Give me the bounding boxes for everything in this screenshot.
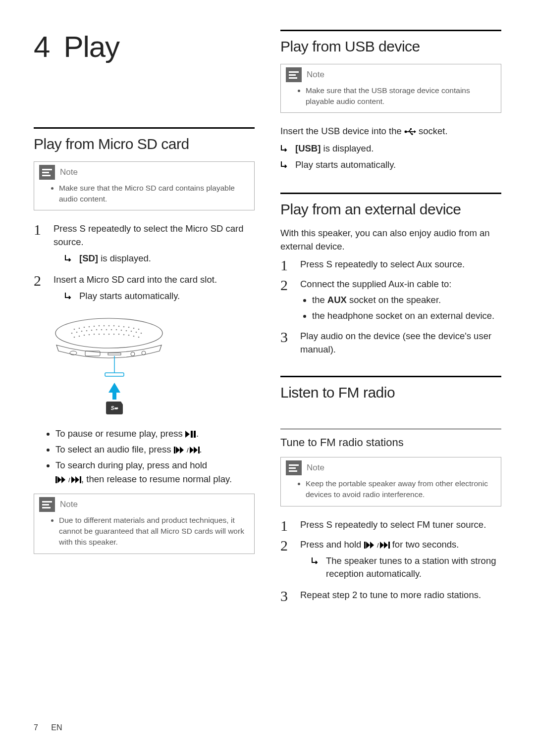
step-2: 2 Insert a Micro SD card into the card s…: [34, 273, 255, 306]
svg-point-28: [136, 332, 137, 333]
sd-steps: 1 Press S repeatedly to select the Micro…: [34, 222, 255, 305]
section-ext-title: Play from an external device: [280, 193, 501, 218]
svg-marker-81: [384, 542, 388, 549]
svg-text:/: /: [187, 447, 189, 454]
tip-item: To select an audio file, press /.: [55, 443, 255, 456]
note-box-fm: Note Keep the portable speaker away from…: [280, 457, 501, 506]
svg-rect-76: [364, 542, 366, 549]
svg-point-10: [118, 326, 120, 327]
note-box-sd-compat: Note Due to different materials and prod…: [34, 494, 255, 554]
note-item: Make sure that the USB storage device co…: [306, 85, 494, 106]
usb-intro: Insert the USB device into the socket.: [280, 125, 501, 138]
svg-point-13: [133, 328, 135, 329]
note-body: Due to different materials and product t…: [34, 512, 254, 553]
usb-result-2: Play starts automatically.: [280, 158, 501, 172]
note-item: Keep the portable speaker away from othe…: [306, 478, 494, 500]
svg-marker-65: [57, 476, 61, 483]
note-header: Note: [281, 64, 501, 82]
step-result: Play starts automatically.: [64, 290, 255, 303]
svg-point-22: [106, 329, 107, 331]
result-arrow-icon: [64, 252, 74, 265]
svg-point-21: [101, 329, 103, 331]
svg-point-5: [94, 326, 95, 327]
svg-point-11: [123, 326, 125, 328]
result-arrow-icon: [280, 142, 290, 155]
svg-marker-66: [61, 476, 65, 483]
svg-rect-50: [105, 373, 124, 376]
step-number: 2: [34, 273, 47, 306]
result-arrow-icon: [311, 554, 321, 581]
svg-point-7: [104, 325, 105, 327]
svg-text:/: /: [68, 476, 70, 483]
result-text: [USB] is displayed.: [295, 142, 374, 155]
svg-marker-80: [380, 542, 384, 549]
step-3: 3 Play audio on the device (see the devi…: [280, 330, 501, 356]
svg-point-25: [121, 330, 122, 331]
step-number: 2: [280, 278, 293, 324]
sub-bullet: the headphone socket on an external devi…: [312, 309, 501, 323]
step-1: 1 Press S repeatedly to select the Micro…: [34, 222, 255, 268]
step-number: 1: [280, 518, 293, 533]
step-1: 1 Press S repeatedly to select Aux sourc…: [280, 258, 501, 273]
svg-point-15: [71, 333, 73, 334]
sub-bullet: the AUX socket on the speaker.: [312, 293, 501, 307]
svg-text:S➠: S➠: [111, 405, 119, 411]
result-arrow-icon: [64, 290, 74, 303]
svg-rect-56: [194, 431, 196, 438]
step-text: Insert a Micro SD card into the card slo…: [54, 274, 217, 285]
svg-point-34: [94, 334, 95, 335]
svg-point-32: [84, 335, 85, 336]
note-header: Note: [34, 162, 254, 180]
svg-point-31: [79, 336, 80, 337]
note-box-sd: Note Make sure that the Micro SD card co…: [34, 161, 255, 210]
svg-point-18: [86, 330, 88, 332]
svg-point-39: [118, 334, 120, 335]
svg-point-9: [113, 325, 115, 327]
ext-steps: 1 Press S repeatedly to select Aux sourc…: [280, 258, 501, 356]
svg-point-24: [116, 329, 117, 331]
svg-marker-54: [185, 431, 190, 438]
note-header: Note: [281, 457, 501, 475]
svg-rect-73: [410, 128, 412, 130]
step-text: Connect the supplied Aux-in cable to:: [300, 279, 451, 289]
step-text: Press S repeatedly to select the Micro S…: [54, 223, 244, 247]
svg-point-12: [128, 327, 130, 328]
prev-next-icon: /: [364, 539, 390, 550]
step-result: [SD] is displayed.: [64, 252, 255, 265]
svg-point-40: [123, 334, 125, 336]
section-fm-title: Listen to FM radio: [280, 376, 501, 401]
svg-point-33: [89, 334, 90, 336]
section-sd-title: Play from Micro SD card: [34, 127, 255, 152]
note-icon: [286, 460, 302, 475]
right-column: Play from USB device Note Make sure that…: [280, 30, 501, 608]
step-number: 3: [280, 589, 293, 604]
result-text: [SD] is displayed.: [79, 252, 151, 265]
note-body: Make sure that the Micro SD card contain…: [34, 180, 254, 210]
note-label: Note: [60, 167, 78, 177]
result-text: Play starts automatically.: [79, 290, 180, 303]
step-result: The speaker tunes to a station with stro…: [311, 554, 501, 581]
sd-insert-illustration: S➠: [50, 314, 255, 418]
chapter-title: Play: [63, 30, 119, 63]
svg-point-41: [128, 335, 130, 336]
svg-point-35: [99, 334, 100, 335]
step-number: 3: [280, 330, 293, 356]
tip-item: To pause or resume play, press .: [55, 427, 255, 441]
svg-point-16: [76, 332, 78, 333]
svg-marker-51: [108, 383, 120, 400]
page-number: 7: [34, 723, 38, 732]
svg-point-8: [108, 325, 110, 327]
svg-marker-61: [190, 447, 194, 454]
result-text: The speaker tunes to a station with stro…: [326, 554, 501, 581]
note-label: Note: [307, 463, 324, 473]
note-item: Make sure that the Micro SD card contain…: [59, 183, 247, 204]
step-number: 1: [34, 222, 47, 268]
prev-next-icon: /: [55, 474, 81, 484]
svg-rect-57: [174, 447, 175, 454]
left-column: 4Play Play from Micro SD card Note Make …: [34, 30, 255, 608]
svg-point-1: [74, 329, 75, 330]
note-header: Note: [34, 494, 254, 512]
play-pause-icon: [185, 428, 196, 439]
svg-point-74: [411, 134, 413, 136]
svg-point-37: [108, 334, 110, 335]
